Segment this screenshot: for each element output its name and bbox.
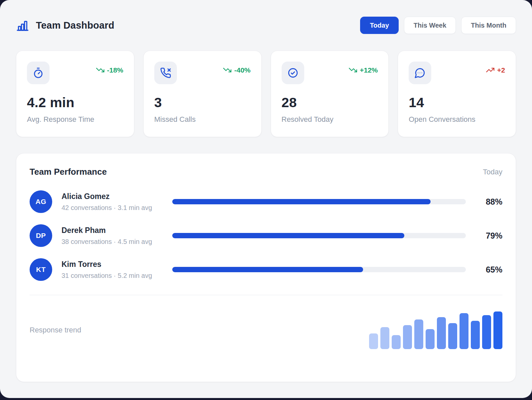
trend-bar <box>448 323 457 349</box>
stopwatch-icon <box>27 62 50 84</box>
range-button-this-week[interactable]: This Week <box>404 17 456 34</box>
trending-down-icon <box>348 66 357 75</box>
time-range-selector: Today This Week This Month <box>360 17 516 34</box>
member-meta: 38 conversations · 4.5 min avg <box>62 238 172 246</box>
range-button-today[interactable]: Today <box>360 17 398 34</box>
stat-card-missed-calls: -40% 3 Missed Calls <box>143 51 262 137</box>
dashboard-panel: Team Dashboard Today This Week This Mont… <box>0 0 532 398</box>
progress-bar-fill <box>172 233 404 238</box>
missed-call-icon <box>154 62 177 84</box>
avatar: KT <box>30 258 52 281</box>
avatar: AG <box>30 190 52 213</box>
team-footer: Response trend <box>30 295 502 349</box>
trend-indicator: -18% <box>96 66 123 75</box>
chat-bubble-icon <box>409 62 431 84</box>
trend-bar <box>460 313 468 349</box>
header: Team Dashboard Today This Week This Mont… <box>16 17 516 34</box>
stat-label: Open Conversations <box>409 115 505 124</box>
avatar-initials: KT <box>36 266 46 274</box>
trend-value: -40% <box>234 66 250 74</box>
member-list: AG Alicia Gomez 42 conversations · 3.1 m… <box>30 190 502 281</box>
member-name: Derek Pham <box>62 226 172 235</box>
progress-bar-fill <box>172 267 363 272</box>
trend-bar <box>392 335 401 349</box>
trend-indicator: -40% <box>223 66 250 75</box>
trend-bar <box>403 325 412 349</box>
check-circle-icon <box>282 62 304 84</box>
avatar-initials: AG <box>36 198 47 206</box>
stat-value: 28 <box>282 95 378 110</box>
member-percent: 88% <box>466 197 502 207</box>
member-name: Kim Torres <box>62 260 172 269</box>
stat-value: 14 <box>409 95 505 110</box>
team-performance-header: Team Performance Today <box>30 167 502 177</box>
member-row: DP Derek Pham 38 conversations · 4.5 min… <box>30 224 502 247</box>
response-trend-chart <box>369 311 502 349</box>
stat-label: Missed Calls <box>154 115 251 124</box>
stat-value: 3 <box>154 95 251 110</box>
response-trend-label: Response trend <box>30 326 81 349</box>
trend-bar <box>482 315 491 349</box>
stat-label: Avg. Response Time <box>27 115 123 124</box>
period-label: Today <box>483 168 502 176</box>
member-name: Alicia Gomez <box>62 192 172 201</box>
stat-card-resolved-today: +12% 28 Resolved Today <box>271 51 389 137</box>
member-row: KT Kim Torres 31 conversations · 5.2 min… <box>30 258 502 281</box>
trend-value: -18% <box>107 66 123 74</box>
page-title: Team Dashboard <box>36 20 114 31</box>
stat-card-open-conversations: +2 14 Open Conversations <box>398 51 516 137</box>
trend-bar <box>471 321 480 349</box>
trend-indicator: +2 <box>486 66 505 75</box>
trend-bar <box>493 311 502 349</box>
trend-value: +2 <box>497 66 505 74</box>
trend-bar <box>380 327 389 349</box>
header-left: Team Dashboard <box>16 19 114 32</box>
trend-bar <box>426 329 435 349</box>
member-info: Kim Torres 31 conversations · 5.2 min av… <box>62 260 172 280</box>
stat-card-avg-response-time: -18% 4.2 min Avg. Response Time <box>16 51 134 137</box>
trending-down-icon <box>223 66 232 75</box>
member-info: Derek Pham 38 conversations · 4.5 min av… <box>62 226 172 246</box>
progress-bar-fill <box>172 199 431 204</box>
trend-bar <box>437 317 446 349</box>
member-row: AG Alicia Gomez 42 conversations · 3.1 m… <box>30 190 502 213</box>
avatar-initials: DP <box>36 232 46 240</box>
trending-up-icon <box>486 66 495 75</box>
trend-bar <box>414 319 423 349</box>
bar-chart-icon <box>16 19 29 32</box>
avatar: DP <box>30 224 52 247</box>
trend-indicator: +12% <box>348 66 378 75</box>
progress-bar <box>172 233 466 238</box>
team-performance-card: Team Performance Today AG Alicia Gomez 4… <box>16 153 516 382</box>
stat-value: 4.2 min <box>27 95 123 110</box>
trend-value: +12% <box>360 66 378 74</box>
member-percent: 79% <box>466 231 502 241</box>
range-button-this-month[interactable]: This Month <box>461 17 516 34</box>
stat-label: Resolved Today <box>282 115 378 124</box>
member-percent: 65% <box>466 265 502 275</box>
progress-bar <box>172 199 466 204</box>
member-info: Alicia Gomez 42 conversations · 3.1 min … <box>62 192 172 212</box>
member-meta: 31 conversations · 5.2 min avg <box>62 272 172 280</box>
member-meta: 42 conversations · 3.1 min avg <box>62 204 172 212</box>
progress-bar <box>172 267 466 272</box>
team-performance-title: Team Performance <box>30 167 107 177</box>
trending-down-icon <box>96 66 105 75</box>
trend-bar <box>369 333 378 349</box>
stats-row: -18% 4.2 min Avg. Response Time -40% <box>16 51 516 137</box>
